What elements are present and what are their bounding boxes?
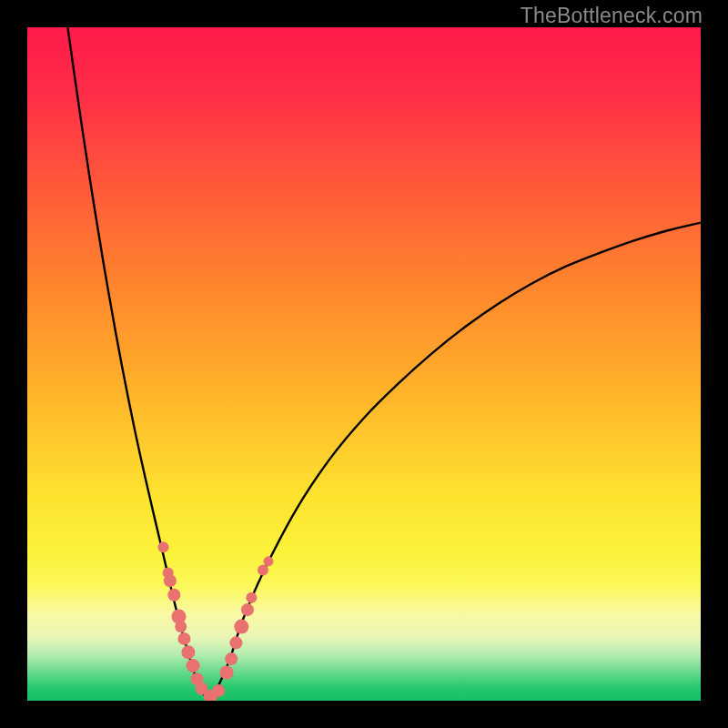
data-point	[241, 603, 254, 616]
data-point	[175, 621, 187, 632]
data-point	[258, 564, 268, 575]
curve-left-branch	[67, 27, 208, 699]
watermark-text: TheBottleneck.com	[521, 4, 703, 28]
data-point	[263, 556, 273, 566]
chart-frame: TheBottleneck.com	[0, 0, 728, 728]
data-point	[246, 592, 257, 603]
data-point	[212, 684, 225, 697]
curve-right-branch	[209, 223, 701, 699]
data-point	[220, 665, 234, 679]
plot-area	[27, 27, 701, 701]
data-point	[157, 541, 168, 552]
data-point	[167, 589, 180, 602]
data-point	[234, 620, 248, 634]
data-point	[187, 659, 200, 672]
data-point	[181, 645, 195, 659]
data-point	[229, 636, 242, 649]
curve-layer	[27, 27, 701, 701]
data-point	[164, 574, 177, 587]
data-point	[225, 652, 238, 665]
highlighted-points	[157, 541, 273, 701]
data-point	[177, 632, 190, 645]
